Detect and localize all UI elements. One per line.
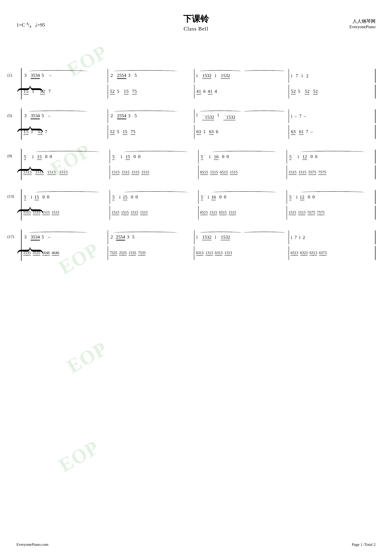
- key-sig: 1=C: [16, 22, 25, 28]
- site-cn: 人人钢琴网: [349, 18, 376, 24]
- sys-num-2: (5): [7, 113, 12, 118]
- watermark-4: EOP: [63, 337, 111, 378]
- system-2: (5) ︷ · 3: [16, 109, 376, 140]
- sys-num-5: (17): [7, 234, 14, 239]
- system-5: (17) ︷ · 3: [16, 230, 376, 261]
- title-section: 下课铃 Class Bell: [16, 13, 376, 32]
- sys-num-1: (1): [7, 73, 12, 77]
- page: EOP EOP EOP EOP EOP 下课铃 Class Bell 1=C 4…: [0, 0, 392, 555]
- system-1: (1) ︷ ·: [16, 68, 376, 99]
- system-3: (9) ︷ · 5: [16, 149, 376, 180]
- footer-right: Page 1 /Total 2: [352, 542, 376, 547]
- sys-num-3: (9): [7, 154, 12, 158]
- footer-left: EveryonePiano.com: [16, 542, 48, 547]
- meta-left: 1=C 4/4 ♩=95: [16, 22, 45, 29]
- music-content: (1) ︷ ·: [16, 68, 376, 261]
- site-en: EveryonePiano: [349, 24, 376, 29]
- sys-num-4: (13): [7, 194, 14, 198]
- system-4: (13) ︷ · 5: [16, 189, 376, 220]
- footer: EveryonePiano.com Page 1 /Total 2: [16, 542, 376, 547]
- meta-right: 人人钢琴网 EveryonePiano: [349, 18, 376, 29]
- subtitle: Class Bell: [16, 26, 376, 32]
- watermark-5: EOP: [55, 436, 103, 477]
- main-title: 下课铃: [16, 13, 376, 25]
